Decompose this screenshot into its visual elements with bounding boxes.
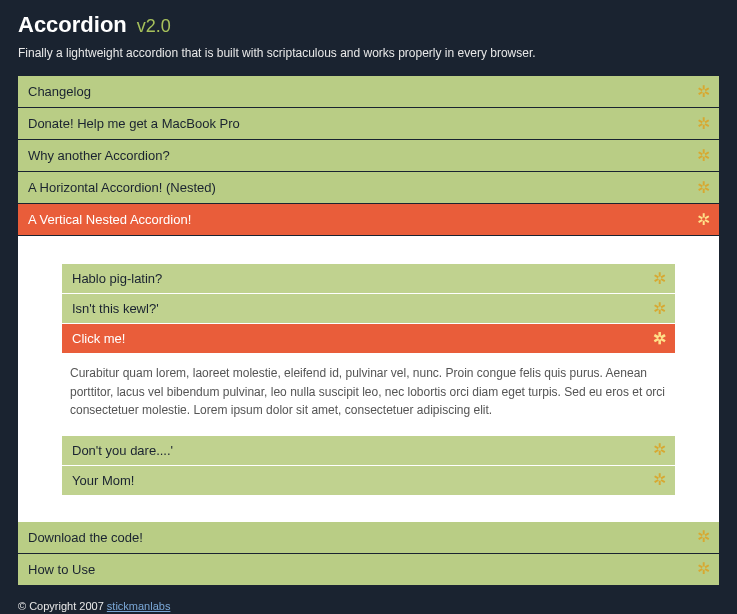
nested-item-kewl[interactable]: Isn't this kewl?' ✲ (62, 294, 675, 323)
page-version: v2.0 (137, 16, 171, 37)
accordion-item-why[interactable]: Why another Accordion? ✲ (18, 140, 719, 171)
stickmanlabs-link[interactable]: stickmanlabs (107, 600, 171, 612)
accordion-label: Donate! Help me get a MacBook Pro (28, 116, 240, 131)
asterisk-icon: ✲ (651, 442, 667, 458)
nested-item-yourmom[interactable]: Your Mom! ✲ (62, 466, 675, 495)
asterisk-icon: ✲ (695, 529, 711, 545)
nested-label: Hablo pig-latin? (72, 271, 162, 286)
page-footer: © Copyright 2007 stickmanlabs Accordion … (18, 599, 719, 614)
page-title: Accordion (18, 12, 127, 38)
accordion-main: Changelog ✲ Donate! Help me get a MacBoo… (18, 76, 719, 585)
nested-content-text: Curabitur quam lorem, laoreet molestie, … (62, 354, 675, 436)
accordion-item-download[interactable]: Download the code! ✲ (18, 522, 719, 553)
nested-item-piglatin[interactable]: Hablo pig-latin? ✲ (62, 264, 675, 293)
asterisk-icon: ✲ (695, 84, 711, 100)
asterisk-icon: ✲ (651, 331, 667, 347)
accordion-label: How to Use (28, 562, 95, 577)
page-header: Accordion v2.0 (18, 12, 719, 38)
accordion-label: Changelog (28, 84, 91, 99)
copyright-text: © Copyright 2007 (18, 600, 107, 612)
asterisk-icon: ✲ (651, 271, 667, 287)
accordion-label: A Vertical Nested Accordion! (28, 212, 191, 227)
accordion-item-horizontal[interactable]: A Horizontal Accordion! (Nested) ✲ (18, 172, 719, 203)
asterisk-icon: ✲ (695, 561, 711, 577)
asterisk-icon: ✲ (651, 301, 667, 317)
asterisk-icon: ✲ (695, 148, 711, 164)
accordion-item-donate[interactable]: Donate! Help me get a MacBook Pro ✲ (18, 108, 719, 139)
asterisk-icon: ✲ (695, 212, 711, 228)
asterisk-icon: ✲ (651, 472, 667, 488)
nested-label: Don't you dare....' (72, 443, 173, 458)
accordion-label: A Horizontal Accordion! (Nested) (28, 180, 216, 195)
nested-label: Isn't this kewl?' (72, 301, 159, 316)
nested-label: Click me! (72, 331, 125, 346)
asterisk-icon: ✲ (695, 180, 711, 196)
nested-item-clickme[interactable]: Click me! ✲ (62, 324, 675, 353)
accordion-item-howtouse[interactable]: How to Use ✲ (18, 554, 719, 585)
accordion-label: Why another Accordion? (28, 148, 170, 163)
nested-item-dontdare[interactable]: Don't you dare....' ✲ (62, 436, 675, 465)
page-subtitle: Finally a lightweight accordion that is … (18, 46, 719, 60)
nested-label: Your Mom! (72, 473, 134, 488)
accordion-label: Download the code! (28, 530, 143, 545)
asterisk-icon: ✲ (695, 116, 711, 132)
nested-panel: Hablo pig-latin? ✲ Isn't this kewl?' ✲ C… (18, 236, 719, 522)
accordion-item-vertical-nested[interactable]: A Vertical Nested Accordion! ✲ (18, 204, 719, 235)
accordion-item-changelog[interactable]: Changelog ✲ (18, 76, 719, 107)
